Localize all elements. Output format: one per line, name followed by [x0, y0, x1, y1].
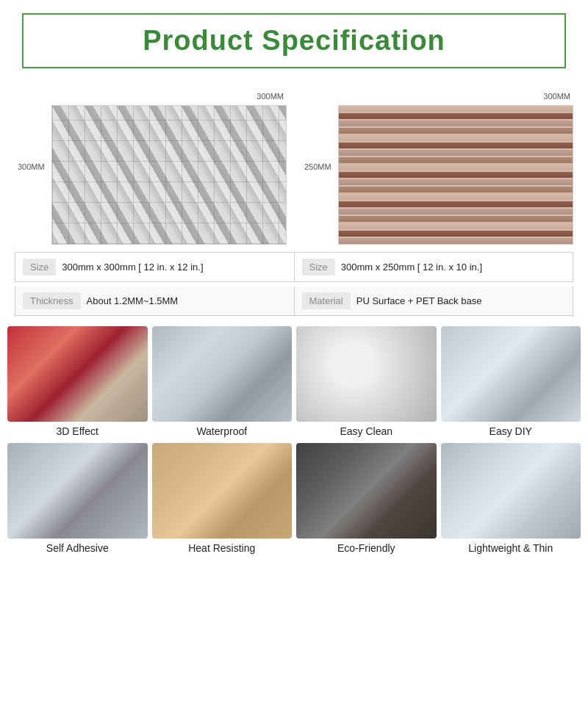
header-box: Product Specification	[22, 13, 566, 68]
feature-lightweight: Lightweight & Thin	[441, 443, 581, 557]
features-section: 3D Effect Waterproof Easy Clean Easy DIY…	[7, 326, 581, 557]
product-2-dim-left: 250MM	[304, 162, 331, 171]
size-cell-1: Size 300mm x 300mm [ 12 in. x 12 in.]	[15, 253, 295, 281]
feature-diy-label: Easy DIY	[490, 425, 532, 440]
feature-heat-resisting: Heat Resisting	[152, 443, 293, 557]
feature-adhesive-label: Self Adhesive	[46, 542, 109, 557]
thickness-material-row: Thickness About 1.2MM~1.5MM Material PU …	[15, 287, 573, 316]
feature-heat-label: Heat Resisting	[188, 542, 255, 557]
feature-easy-clean: Easy Clean	[296, 326, 437, 440]
material-value: PU Surface + PET Back base	[356, 295, 482, 306]
size-spec-row: Size 300mm x 300mm [ 12 in. x 12 in.] Si…	[15, 252, 573, 282]
feature-easy-diy: Easy DIY	[441, 326, 581, 440]
feature-waterproof-label: Waterproof	[196, 425, 247, 440]
feature-lightweight-label: Lightweight & Thin	[468, 542, 553, 557]
product-1-tile-pattern	[52, 106, 286, 244]
material-cell: Material PU Surface + PET Back base	[295, 287, 573, 315]
feature-heat-image	[152, 443, 293, 539]
size-value-2: 300mm x 250mm [ 12 in. x 10 in.]	[341, 262, 482, 273]
thickness-label: Thickness	[23, 292, 81, 309]
size-value-1: 300mm x 300mm [ 12 in. x 12 in.]	[62, 262, 203, 273]
feature-eco-image	[296, 443, 437, 539]
product-2-dim-top: 300MM	[543, 92, 570, 101]
feature-3d-label: 3D Effect	[57, 425, 98, 440]
feature-lightweight-image	[441, 443, 581, 539]
feature-clean-label: Easy Clean	[340, 425, 392, 440]
feature-3d-effect: 3D Effect	[7, 326, 148, 440]
feature-diy-image	[441, 326, 581, 422]
product-1-dim-left: 300MM	[18, 162, 45, 171]
product-2-tile-pattern	[339, 106, 573, 244]
feature-eco-label: Eco-Friendly	[337, 542, 395, 557]
product-images-section: 300MM 300MM 300MM 250MM	[15, 89, 573, 245]
page-title: Product Specification	[38, 25, 550, 57]
features-row-1: 3D Effect Waterproof Easy Clean Easy DIY	[7, 326, 581, 440]
feature-adhesive-image	[7, 443, 148, 539]
features-row-2: Self Adhesive Heat Resisting Eco-Friendl…	[7, 443, 581, 557]
product-1-dim-top: 300MM	[257, 92, 284, 101]
feature-clean-image	[296, 326, 437, 422]
product-item-1: 300MM 300MM	[15, 89, 287, 245]
feature-waterproof: Waterproof	[152, 326, 293, 440]
feature-eco-friendly: Eco-Friendly	[296, 443, 437, 557]
feature-3d-image	[7, 326, 148, 422]
size-cell-2: Size 300mm x 250mm [ 12 in. x 10 in.]	[295, 253, 573, 281]
thickness-cell: Thickness About 1.2MM~1.5MM	[15, 287, 295, 315]
material-label: Material	[302, 292, 351, 309]
product-2-image	[338, 105, 573, 245]
product-1-image	[51, 105, 287, 245]
product-item-2: 300MM 250MM	[301, 89, 573, 245]
thickness-value: About 1.2MM~1.5MM	[87, 295, 179, 306]
size-label-2: Size	[302, 259, 335, 276]
feature-waterproof-image	[152, 326, 293, 422]
feature-self-adhesive: Self Adhesive	[7, 443, 148, 557]
size-label-1: Size	[23, 259, 56, 276]
